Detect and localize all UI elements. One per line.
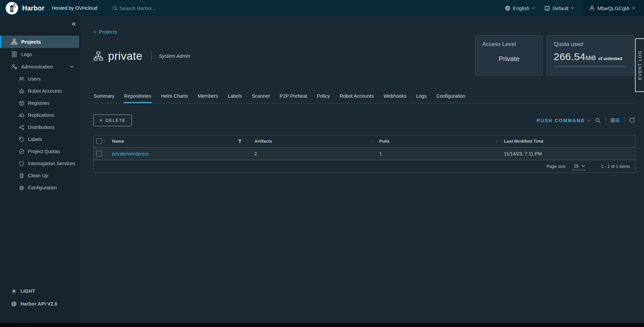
delete-button[interactable]: × DELETE (93, 114, 132, 126)
sidebar-item-administration[interactable]: Administration (0, 60, 81, 73)
tab-scanner[interactable]: Scanner (251, 93, 270, 103)
tab-webhooks[interactable]: Webhooks (383, 93, 407, 103)
chevron-down-icon (587, 120, 590, 122)
page-size-select[interactable]: 15 (572, 163, 586, 170)
column-header-pulls[interactable]: Pulls (372, 139, 497, 144)
chevron-down-icon (532, 7, 535, 9)
sidebar-item-label: Administration (21, 64, 53, 69)
title-divider (151, 51, 152, 61)
sidebar-item-registries[interactable]: Registries (0, 97, 81, 109)
sidebar-item-labels[interactable]: Labels (0, 133, 81, 145)
sidebar-item-logs[interactable]: Logs (0, 48, 81, 60)
repository-link[interactable]: private/wordpress (112, 151, 149, 156)
column-header-modified[interactable]: Last Modified Time (497, 139, 635, 144)
column-header-name[interactable]: Name (105, 139, 247, 144)
table-row: private/wordpress 2 1 11/14/23, 7:11 PM (94, 147, 635, 160)
tab-bar: Summary Repositories Helm Charts Members… (93, 93, 636, 103)
brand-title[interactable]: Harbor (22, 4, 45, 12)
robot-icon (19, 88, 24, 94)
sidebar-item-robot-accounts[interactable]: Robot Accounts (0, 85, 81, 97)
tab-p2p-preheat[interactable]: P2P Preheat (279, 93, 307, 103)
tab-logs[interactable]: Logs (416, 93, 427, 103)
quota-gauge-icon (19, 149, 24, 154)
api-version-label: Harbor API V2.0 (20, 301, 57, 307)
sidebar-item-projects[interactable]: Projects (0, 36, 79, 48)
tab-robot-accounts[interactable]: Robot Accounts (339, 93, 374, 103)
search-input[interactable] (119, 5, 220, 11)
harbor-api-link[interactable]: Harbor API V2.0 (0, 297, 81, 310)
sidebar-item-label: Configuration (28, 185, 57, 190)
sidebar-collapse-button[interactable]: « (72, 20, 76, 28)
tab-repositories[interactable]: Repositories (124, 93, 152, 103)
sidebar-item-label: Labels (28, 137, 42, 142)
theme-dropdown[interactable]: Default (540, 0, 579, 16)
tab-summary[interactable]: Summary (93, 93, 115, 103)
header-search (112, 0, 220, 16)
sidebar-item-interrogation-services[interactable]: Interrogation Services (0, 157, 81, 170)
row-checkbox[interactable] (96, 151, 102, 156)
theme-toggle-light[interactable]: LIGHT (0, 285, 81, 297)
sidebar-item-label: Project Quotas (28, 149, 60, 154)
globe-icon (505, 5, 510, 11)
breadcrumb-label[interactable]: Projects (99, 29, 117, 35)
sidebar: « Projects Logs Administration Users (0, 16, 81, 323)
logs-icon (11, 51, 17, 57)
shield-icon (19, 161, 24, 167)
toolbar-divider (606, 117, 606, 124)
users-icon (19, 76, 24, 82)
sidebar-item-project-quotas[interactable]: Project Quotas (0, 145, 81, 157)
language-label: English (513, 5, 529, 11)
main-content: <Projects private System Admin Access Le… (81, 16, 644, 323)
search-icon[interactable] (595, 117, 601, 124)
page-title: private (108, 50, 143, 62)
sidebar-item-label: Projects (21, 39, 41, 45)
chevron-down-icon (582, 165, 585, 167)
tab-labels[interactable]: Labels (228, 93, 243, 103)
project-title-row: private System Admin (93, 50, 190, 62)
tab-members[interactable]: Members (197, 93, 218, 103)
language-dropdown[interactable]: English (500, 0, 540, 16)
sidebar-item-replications[interactable]: Replications (0, 109, 81, 121)
sidebar-item-clean-up[interactable]: Clean Up (0, 170, 81, 182)
table-footer: Page size 15 1 - 1 of 1 items (94, 160, 635, 173)
sidebar-footer: LIGHT Harbor API V2.0 (0, 285, 81, 310)
artifacts-count: 2 (247, 151, 372, 156)
app-header: Harbor Hosted by OVHcloud English Defaul… (0, 0, 644, 16)
delete-button-label: DELETE (105, 118, 126, 123)
refresh-icon[interactable] (629, 117, 636, 124)
select-all-checkbox[interactable] (96, 138, 102, 144)
sidebar-item-distributions[interactable]: Distributions (0, 121, 81, 133)
event-log-tab[interactable]: EVENT LOG (635, 38, 644, 92)
sun-icon (11, 288, 17, 294)
access-level-label: Access Level (476, 36, 543, 48)
harbor-logo-icon[interactable] (6, 2, 18, 14)
search-icon (112, 5, 118, 11)
sidebar-item-label: Users (28, 76, 41, 82)
push-command-dropdown[interactable]: PUSH COMMAND (537, 118, 590, 123)
filter-icon[interactable] (238, 139, 242, 144)
quota-limit-label: of unlimited (598, 56, 622, 61)
sidebar-item-configuration[interactable]: Configuration (0, 182, 81, 194)
repositories-table: Name Artifacts Pulls Last Modified Time … (93, 135, 636, 173)
tag-icon (19, 137, 24, 142)
tab-helm-charts[interactable]: Helm Charts (161, 93, 189, 103)
brand-area: Harbor Hosted by OVHcloud (0, 2, 97, 14)
column-header-artifacts[interactable]: Artifacts (247, 139, 372, 144)
project-icon (93, 51, 103, 61)
chevron-down-icon (632, 7, 635, 9)
light-mode-label: LIGHT (20, 288, 35, 294)
access-level-card: Access Level Private (475, 35, 543, 76)
sidebar-item-users[interactable]: Users (0, 73, 81, 85)
username-label: MbwQLGCglA (597, 5, 630, 11)
admin-icon (11, 63, 17, 70)
user-menu[interactable]: MbwQLGCglA (584, 0, 644, 16)
quota-progress-bar (554, 65, 627, 67)
tab-configuration[interactable]: Configuration (436, 93, 465, 103)
toolbar-divider (624, 117, 625, 124)
bottom-bar (0, 323, 644, 327)
sidebar-item-label: Replications (28, 112, 54, 118)
tab-policy[interactable]: Policy (316, 93, 330, 103)
breadcrumb[interactable]: <Projects (93, 29, 117, 35)
theme-grid-icon (544, 5, 550, 11)
view-toggle-icon[interactable] (610, 117, 620, 124)
